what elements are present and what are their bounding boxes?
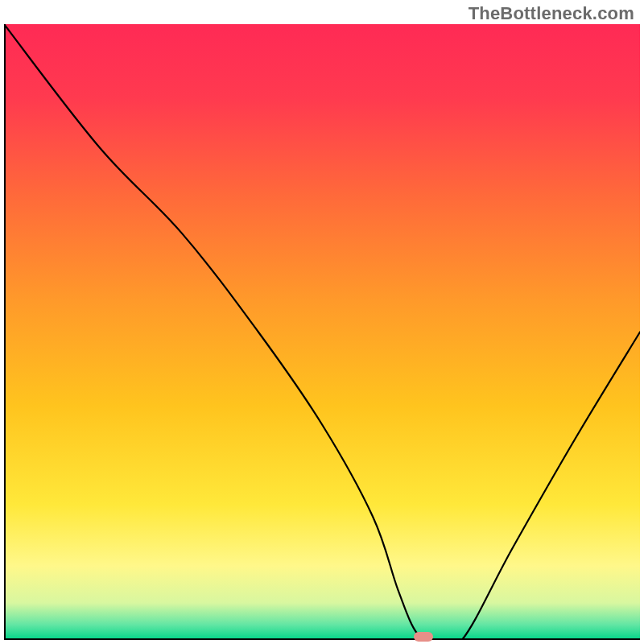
- chart-background: [4, 24, 640, 640]
- optimal-marker-icon: [414, 632, 433, 642]
- watermark-label: TheBottleneck.com: [469, 3, 634, 24]
- bottleneck-chart: [4, 24, 640, 640]
- chart-stage: TheBottleneck.com: [0, 0, 644, 644]
